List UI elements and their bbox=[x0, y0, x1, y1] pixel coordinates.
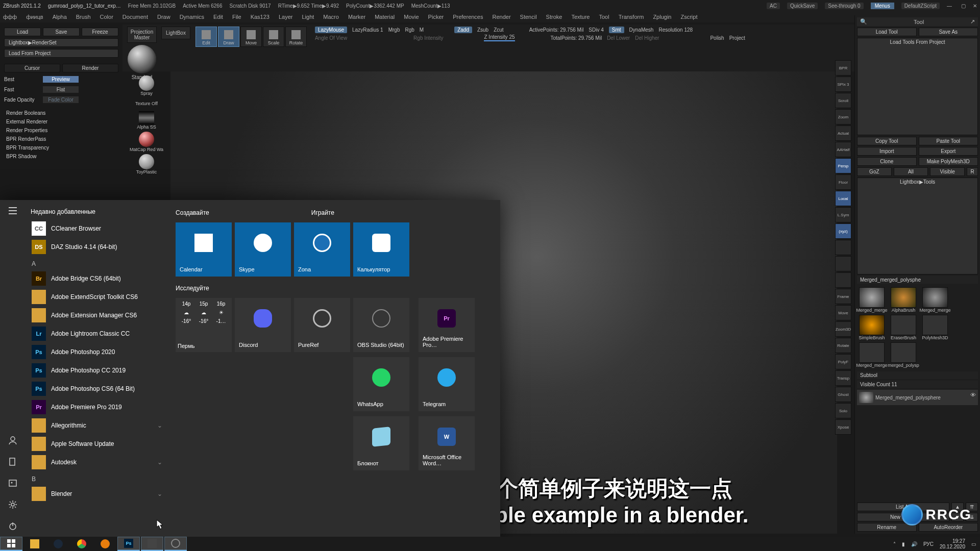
rail-solo[interactable]: Solo bbox=[835, 403, 851, 418]
menu-item[interactable]: Transform bbox=[619, 14, 644, 20]
rotate-mode[interactable]: Rotate bbox=[285, 27, 307, 47]
ac-button[interactable]: AC bbox=[767, 3, 780, 9]
menu-item[interactable]: Material bbox=[375, 14, 395, 20]
zadd-toggle[interactable]: Zadd bbox=[454, 27, 472, 33]
dynamesh-button[interactable]: DynaMesh bbox=[629, 27, 654, 33]
visible-count[interactable]: Visible Count 11 bbox=[857, 381, 978, 388]
resolution-slider[interactable]: Resolution 128 bbox=[658, 27, 693, 33]
taskbar-blender[interactable] bbox=[94, 537, 116, 551]
tile-weather[interactable]: 14р☁-16° 15р☁-16° 16р☀-1… Пермь bbox=[176, 298, 232, 352]
app-row[interactable]: Apple Software Update bbox=[30, 435, 164, 453]
rail-scroll[interactable]: Scroll bbox=[835, 93, 851, 108]
projection-master[interactable]: Projection Master bbox=[127, 27, 157, 43]
copy-tool[interactable]: Copy Tool bbox=[857, 137, 917, 145]
load-button[interactable]: Load bbox=[4, 28, 41, 36]
lazy-radius[interactable]: LazyRadius 1 bbox=[352, 27, 383, 33]
letter-header[interactable]: B bbox=[32, 475, 164, 483]
render-tab[interactable]: Render bbox=[62, 64, 118, 72]
start-app-list[interactable]: Недавно добавленные CCCCleaner Browser D… bbox=[26, 200, 168, 537]
render-opt[interactable]: BPR Transparency bbox=[4, 145, 118, 151]
scale-mode[interactable]: Scale bbox=[263, 27, 284, 47]
tool-cell[interactable]: AlphaBrush bbox=[889, 287, 918, 313]
quicksave-button[interactable]: QuickSave bbox=[787, 3, 818, 9]
goz-all[interactable]: All bbox=[894, 167, 928, 176]
rail-transp[interactable]: Transp bbox=[835, 370, 851, 386]
del-lower[interactable]: Del Lower bbox=[607, 35, 630, 41]
rail-rotate[interactable]: Rotate bbox=[835, 338, 851, 353]
rail-spix[interactable]: SPix 3 bbox=[835, 77, 851, 92]
taskbar-obs[interactable] bbox=[164, 537, 187, 551]
menu-item[interactable]: Picker bbox=[428, 14, 444, 20]
start-button[interactable] bbox=[0, 537, 22, 551]
rail-xyz[interactable]: (xyz) bbox=[835, 223, 851, 239]
menu-item[interactable]: Movie bbox=[404, 14, 419, 20]
export-button[interactable]: Export bbox=[919, 147, 978, 156]
preview-value[interactable]: Preview bbox=[43, 76, 79, 83]
menus-button[interactable]: Menus bbox=[871, 3, 894, 9]
tile-telegram[interactable]: Telegram bbox=[419, 357, 475, 411]
taskbar-clock[interactable]: 19:27 20.12.2020 bbox=[940, 538, 965, 549]
power-icon[interactable] bbox=[8, 521, 17, 531]
rail-zoom[interactable]: Zoom bbox=[835, 109, 851, 124]
polish-toggle[interactable]: Polish bbox=[710, 35, 724, 41]
goz-r[interactable]: R bbox=[967, 167, 978, 176]
menu-item[interactable]: Preferences bbox=[453, 14, 483, 20]
tool-cell[interactable]: EraserBrush bbox=[889, 315, 918, 340]
angle-of-view[interactable]: Angle Of View bbox=[315, 35, 347, 41]
menu-item[interactable]: Brush bbox=[76, 14, 91, 20]
taskbar-steam[interactable] bbox=[47, 537, 69, 551]
tiles-group-play[interactable]: Играйте bbox=[311, 209, 334, 216]
taskbar-chrome[interactable] bbox=[70, 537, 93, 551]
app-row[interactable]: Adobe Extension Manager CS6 bbox=[30, 306, 164, 324]
freeze-button[interactable]: Freeze bbox=[82, 28, 118, 36]
app-row[interactable]: PsAdobe Photoshop CC 2019 bbox=[30, 361, 164, 380]
render-opt[interactable]: External Renderer bbox=[4, 119, 118, 124]
app-row[interactable]: PsAdobe Photoshop CS6 (64 Bit) bbox=[30, 380, 164, 398]
eye-icon[interactable]: 👁 bbox=[970, 392, 976, 403]
app-row[interactable]: LrAdobe Lightroom Classic CC bbox=[30, 324, 164, 343]
rail-blank3[interactable] bbox=[835, 272, 851, 288]
tray-network-icon[interactable]: ▮ bbox=[902, 541, 905, 547]
zscript-label[interactable]: DefaultZScript bbox=[901, 3, 940, 9]
taskbar-photoshop[interactable]: Ps bbox=[117, 537, 140, 551]
menu-item[interactable]: фиицв bbox=[26, 14, 43, 20]
goz-visible[interactable]: Visible bbox=[930, 167, 965, 176]
z-intensity[interactable]: Z Intensity 25 bbox=[484, 34, 514, 41]
menu-item[interactable]: Document bbox=[122, 14, 148, 20]
tray-chevron-icon[interactable]: ˄ bbox=[893, 541, 896, 547]
project-toggle[interactable]: Project bbox=[729, 35, 745, 41]
clone-button[interactable]: Clone bbox=[857, 157, 917, 166]
app-row[interactable]: PsAdobe Photoshop 2020 bbox=[30, 343, 164, 361]
rail-actual[interactable]: Actual bbox=[835, 126, 851, 141]
menu-item[interactable]: Marker bbox=[348, 14, 365, 20]
menu-item[interactable]: Layer bbox=[279, 14, 293, 20]
subtool-header[interactable]: Subtool bbox=[857, 371, 978, 379]
import-button[interactable]: Import bbox=[857, 147, 917, 156]
del-higher[interactable]: Del Higher bbox=[635, 35, 659, 41]
tool-cell[interactable]: SimpleBrush bbox=[857, 315, 887, 340]
app-row[interactable]: Autodesk⌄ bbox=[30, 453, 164, 471]
save-button[interactable]: Save bbox=[43, 28, 80, 36]
save-as[interactable]: Save As bbox=[919, 28, 978, 36]
close-icon[interactable]: ✕ bbox=[973, 3, 977, 9]
rail-blank2[interactable] bbox=[835, 256, 851, 271]
menu-item[interactable]: Tool bbox=[599, 14, 609, 20]
menu-item[interactable]: Zplugin bbox=[653, 14, 671, 20]
pictures-icon[interactable] bbox=[8, 479, 17, 488]
tool-cell[interactable]: Merged_merge bbox=[857, 287, 887, 313]
load-from-project[interactable]: Load From Project bbox=[4, 49, 118, 58]
sdiv-slider[interactable]: SDiv 4 bbox=[589, 27, 603, 33]
rail-persp[interactable]: Persp bbox=[835, 158, 851, 173]
tiles-group-create[interactable]: Создавайте bbox=[176, 209, 209, 216]
fade-color[interactable]: Fade Color bbox=[43, 96, 79, 103]
rail-blank1[interactable] bbox=[835, 240, 851, 255]
taskbar-zbrush[interactable] bbox=[141, 537, 163, 551]
alpha-ss[interactable]: Alpha SS bbox=[137, 111, 156, 130]
draw-mode[interactable]: Draw bbox=[218, 27, 239, 47]
stroke-spray[interactable]: Spray bbox=[139, 76, 154, 96]
flat-value[interactable]: Flat bbox=[43, 86, 79, 93]
render-opt[interactable]: Render Properties bbox=[4, 128, 118, 133]
render-opt[interactable]: Render Booleans bbox=[4, 110, 118, 116]
menu-item[interactable]: File bbox=[232, 14, 241, 20]
mrgb-toggle[interactable]: Mrgb bbox=[388, 27, 400, 33]
